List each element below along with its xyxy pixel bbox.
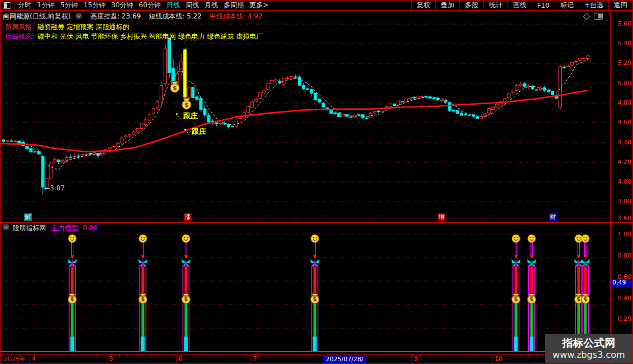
svg-text:$: $ [173,85,176,92]
candle [515,84,518,92]
candle [425,94,427,98]
collapse-chevron-icon[interactable] [75,12,82,21]
candle [156,100,159,110]
toolbar-button-标记[interactable]: 标记 [555,1,579,10]
candle [6,139,9,142]
candle [263,89,266,95]
svg-text:$: $ [514,296,518,302]
candles [2,38,589,195]
svg-text:$: $ [141,296,145,302]
period-tab-分时[interactable]: 分时 [15,1,34,10]
butterfly-icon [527,259,536,266]
event-stamp-增: 增 [437,213,445,221]
candle [587,54,589,61]
period-tab-周线[interactable]: 周线 [183,1,202,10]
candle [377,110,380,113]
candle [519,82,522,87]
time-axis[interactable]: 2025年 4567910 2025/07/28/— [1,354,610,364]
period-tab-5分钟[interactable]: 5分钟 [58,1,81,10]
candle [421,95,423,99]
event-stamp-解: 解 [24,213,32,221]
smiley-icon [139,235,147,242]
candle [101,152,104,156]
period-tab-60分钟[interactable]: 60分钟 [136,1,164,10]
candle [302,83,305,90]
candle [334,111,337,115]
axis-price-label: 4.80 [611,99,631,106]
candle [235,116,238,128]
candle [148,113,151,122]
low-price-annotation: ←3.87 [44,184,65,192]
candle [196,95,198,101]
toolbar-button-多股[interactable]: 多股 [459,1,483,10]
axis-price-label: 4.20 [611,158,631,166]
butterfly-icon [138,259,147,266]
candle [255,97,258,102]
svg-text:$: $ [584,296,588,302]
candle [34,150,36,153]
candle [310,88,313,96]
candle [223,122,226,125]
month-label-10: 10 [495,355,502,362]
site-watermark: 指标公式网 www.zbgs3.com [545,334,632,363]
period-tab-30分钟[interactable]: 30分钟 [109,1,136,10]
candle [342,113,345,116]
axis-price-label: 4.00 [611,178,631,185]
event-stamp-财: 财 [549,213,557,221]
candle [401,101,404,102]
main-candlestick-chart[interactable]: $$跟庄跟庄←3.875.46 [1,11,610,223]
candle [128,133,131,138]
buy-signal-group: $ [310,235,319,352]
axis-price-label: 3.60 [611,214,631,222]
candle [452,110,455,112]
period-tab-更多>[interactable]: 更多> [246,1,271,10]
indicator-sub-chart[interactable]: $$$$$$$$ [1,223,610,354]
candle [105,147,108,152]
candle [10,139,13,142]
candle [22,141,25,146]
smiley-icon [311,235,319,242]
candle [278,78,281,83]
candle [369,111,372,118]
candle [298,76,301,87]
axis-price-label: 5.40 [611,40,631,47]
candle [492,106,495,110]
svg-text:$: $ [71,296,75,302]
candle [460,111,463,115]
candle [132,131,135,136]
toolbar-button-统计[interactable]: 统计 [483,1,508,10]
window-layout-icon[interactable] [3,2,11,9]
toolbar-button-叠加[interactable]: 叠加 [435,1,459,10]
split-panel-icon[interactable] [594,13,603,20]
candle [184,48,187,100]
candle [409,97,412,100]
toolbar-button-+自选[interactable]: +自选 [579,1,608,10]
period-tab-多周期[interactable]: 多周期 [221,1,246,10]
candle [496,103,499,108]
diamond-icon[interactable] [583,13,590,20]
candle [203,105,206,117]
top-toolbar: 分时1分钟5分钟15分钟30分钟60分钟日线周线月线多周期更多> 复权叠加多股统… [1,1,632,11]
high-price-annotation: 5.46 [183,36,197,43]
period-tab-月线[interactable]: 月线 [202,1,221,10]
svg-text:$: $ [530,296,534,302]
axis-price-label: 0.80 [611,252,631,259]
candle [140,124,143,129]
butterfly-icon [310,259,319,266]
axis-price-label: 1.00 [611,231,631,238]
candle [448,102,451,112]
period-tab-日线[interactable]: 日线 [164,1,183,10]
toolbar-button-画线[interactable]: 画线 [508,1,532,10]
period-tab-15分钟[interactable]: 15分钟 [81,1,108,10]
period-tab-1分钟[interactable]: 1分钟 [34,1,58,10]
watermark-site-name: 指标公式网 [562,337,616,349]
toolbar-button-返回[interactable]: 返回 [608,1,632,10]
toolbar-button-复权[interactable]: 复权 [411,1,435,10]
year-label: 2025年 [4,355,26,363]
butterfly-icon [511,259,520,266]
candle [318,99,321,104]
candle [488,107,491,115]
toolbar-button-F10[interactable]: F10 [532,1,555,10]
candle [306,88,309,90]
smiley-icon [182,235,190,242]
